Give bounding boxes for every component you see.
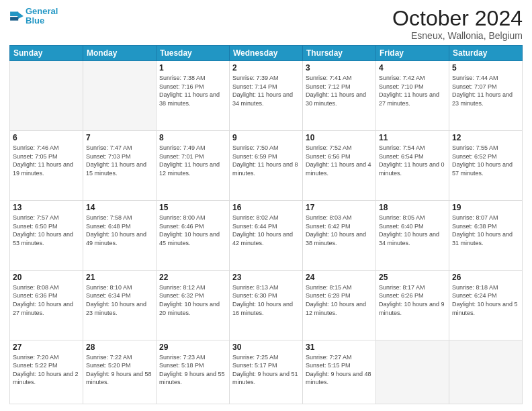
day-info: Sunrise: 7:57 AMSunset: 6:50 PMDaylight:… — [13, 214, 80, 247]
day-number: 15 — [159, 203, 226, 212]
day-cell: 20Sunrise: 8:08 AMSunset: 6:36 PMDayligh… — [10, 270, 83, 340]
day-cell: 27Sunrise: 7:20 AMSunset: 5:22 PMDayligh… — [10, 340, 83, 404]
day-cell — [449, 340, 523, 404]
day-cell: 11Sunrise: 7:54 AMSunset: 6:54 PMDayligh… — [376, 131, 449, 201]
logo-icon — [9, 9, 24, 24]
logo-blue: Blue — [26, 15, 44, 26]
day-number: 19 — [452, 203, 519, 212]
day-number: 10 — [306, 133, 373, 142]
day-info: Sunrise: 7:39 AMSunset: 7:14 PMDaylight:… — [232, 74, 300, 107]
day-number: 18 — [379, 203, 446, 212]
title-block: October 2024 Esneux, Wallonia, Belgium — [392, 7, 523, 41]
day-info: Sunrise: 8:18 AMSunset: 6:24 PMDaylight:… — [452, 283, 519, 317]
day-info: Sunrise: 7:22 AMSunset: 5:20 PMDaylight:… — [86, 353, 153, 387]
day-info: Sunrise: 7:55 AMSunset: 6:52 PMDaylight:… — [452, 144, 519, 177]
calendar-page: General Blue October 2024 Esneux, Wallon… — [0, 0, 532, 411]
day-info: Sunrise: 7:20 AMSunset: 5:22 PMDaylight:… — [13, 353, 80, 387]
day-number: 30 — [232, 342, 300, 352]
day-cell: 6Sunrise: 7:46 AMSunset: 7:05 PMDaylight… — [10, 131, 83, 201]
day-info: Sunrise: 7:38 AMSunset: 7:16 PMDaylight:… — [159, 74, 226, 107]
day-info: Sunrise: 8:13 AMSunset: 6:30 PMDaylight:… — [232, 283, 300, 317]
day-cell: 15Sunrise: 8:00 AMSunset: 6:46 PMDayligh… — [157, 200, 230, 270]
day-cell: 2Sunrise: 7:39 AMSunset: 7:14 PMDaylight… — [230, 61, 303, 131]
day-info: Sunrise: 7:58 AMSunset: 6:48 PMDaylight:… — [86, 214, 153, 247]
day-number: 25 — [379, 273, 446, 282]
day-number: 20 — [13, 273, 80, 282]
weekday-header-monday: Monday — [83, 46, 157, 61]
day-number: 29 — [159, 342, 226, 352]
weekday-header-tuesday: Tuesday — [157, 46, 230, 61]
day-number: 16 — [232, 203, 300, 212]
logo-text: General Blue — [26, 7, 58, 26]
day-number: 27 — [13, 342, 80, 352]
logo: General Blue — [9, 7, 58, 26]
day-info: Sunrise: 7:49 AMSunset: 7:01 PMDaylight:… — [159, 144, 226, 177]
day-number: 11 — [379, 133, 446, 142]
day-info: Sunrise: 8:15 AMSunset: 6:28 PMDaylight:… — [306, 283, 373, 317]
day-cell: 29Sunrise: 7:23 AMSunset: 5:18 PMDayligh… — [157, 340, 230, 404]
day-number: 12 — [452, 133, 519, 142]
day-info: Sunrise: 8:17 AMSunset: 6:26 PMDaylight:… — [379, 283, 446, 317]
day-cell: 4Sunrise: 7:42 AMSunset: 7:10 PMDaylight… — [376, 61, 449, 131]
day-info: Sunrise: 8:02 AMSunset: 6:44 PMDaylight:… — [232, 214, 300, 247]
day-number: 4 — [379, 63, 446, 73]
day-number: 26 — [452, 273, 519, 282]
day-info: Sunrise: 7:23 AMSunset: 5:18 PMDaylight:… — [159, 353, 226, 387]
week-row-4: 20Sunrise: 8:08 AMSunset: 6:36 PMDayligh… — [10, 270, 523, 340]
day-info: Sunrise: 7:42 AMSunset: 7:10 PMDaylight:… — [379, 74, 446, 107]
logo-general: General — [26, 6, 58, 16]
svg-rect-3 — [10, 17, 18, 21]
day-number: 3 — [306, 63, 373, 73]
day-cell: 14Sunrise: 7:58 AMSunset: 6:48 PMDayligh… — [83, 200, 157, 270]
day-number: 9 — [232, 133, 300, 142]
day-info: Sunrise: 8:03 AMSunset: 6:42 PMDaylight:… — [306, 214, 373, 247]
weekday-header-wednesday: Wednesday — [230, 46, 303, 61]
weekday-header-thursday: Thursday — [303, 46, 376, 61]
svg-rect-2 — [10, 12, 18, 17]
day-number: 28 — [86, 342, 153, 352]
day-number: 17 — [306, 203, 373, 212]
day-number: 14 — [86, 203, 153, 212]
day-info: Sunrise: 7:52 AMSunset: 6:56 PMDaylight:… — [306, 144, 373, 177]
day-cell: 28Sunrise: 7:22 AMSunset: 5:20 PMDayligh… — [83, 340, 157, 404]
page-header: General Blue October 2024 Esneux, Wallon… — [9, 7, 523, 41]
day-info: Sunrise: 8:12 AMSunset: 6:32 PMDaylight:… — [159, 283, 226, 317]
day-info: Sunrise: 7:27 AMSunset: 5:15 PMDaylight:… — [306, 353, 373, 387]
day-cell: 31Sunrise: 7:27 AMSunset: 5:15 PMDayligh… — [303, 340, 376, 404]
day-number: 31 — [306, 342, 373, 352]
week-row-2: 6Sunrise: 7:46 AMSunset: 7:05 PMDaylight… — [10, 131, 523, 201]
day-cell: 30Sunrise: 7:25 AMSunset: 5:17 PMDayligh… — [230, 340, 303, 404]
day-info: Sunrise: 7:47 AMSunset: 7:03 PMDaylight:… — [86, 144, 153, 177]
calendar-table: SundayMondayTuesdayWednesdayThursdayFrid… — [9, 45, 523, 404]
day-info: Sunrise: 7:41 AMSunset: 7:12 PMDaylight:… — [306, 74, 373, 107]
day-cell: 12Sunrise: 7:55 AMSunset: 6:52 PMDayligh… — [449, 131, 523, 201]
week-row-1: 1Sunrise: 7:38 AMSunset: 7:16 PMDaylight… — [10, 61, 523, 131]
day-info: Sunrise: 8:10 AMSunset: 6:34 PMDaylight:… — [86, 283, 153, 317]
day-info: Sunrise: 7:54 AMSunset: 6:54 PMDaylight:… — [379, 144, 446, 177]
day-number: 7 — [86, 133, 153, 142]
day-cell: 8Sunrise: 7:49 AMSunset: 7:01 PMDaylight… — [157, 131, 230, 201]
day-info: Sunrise: 7:44 AMSunset: 7:07 PMDaylight:… — [452, 74, 519, 107]
month-title: October 2024 — [392, 7, 523, 30]
day-number: 6 — [13, 133, 80, 142]
day-cell — [376, 340, 449, 404]
week-row-3: 13Sunrise: 7:57 AMSunset: 6:50 PMDayligh… — [10, 200, 523, 270]
day-cell: 5Sunrise: 7:44 AMSunset: 7:07 PMDaylight… — [449, 61, 523, 131]
day-info: Sunrise: 7:46 AMSunset: 7:05 PMDaylight:… — [13, 144, 80, 177]
day-cell: 23Sunrise: 8:13 AMSunset: 6:30 PMDayligh… — [230, 270, 303, 340]
day-info: Sunrise: 7:25 AMSunset: 5:17 PMDaylight:… — [232, 353, 300, 387]
day-number: 1 — [159, 63, 226, 73]
day-cell: 19Sunrise: 8:07 AMSunset: 6:38 PMDayligh… — [449, 200, 523, 270]
day-info: Sunrise: 8:05 AMSunset: 6:40 PMDaylight:… — [379, 214, 446, 247]
day-cell: 16Sunrise: 8:02 AMSunset: 6:44 PMDayligh… — [230, 200, 303, 270]
day-cell: 26Sunrise: 8:18 AMSunset: 6:24 PMDayligh… — [449, 270, 523, 340]
week-row-5: 27Sunrise: 7:20 AMSunset: 5:22 PMDayligh… — [10, 340, 523, 404]
weekday-header-friday: Friday — [376, 46, 449, 61]
day-cell: 21Sunrise: 8:10 AMSunset: 6:34 PMDayligh… — [83, 270, 157, 340]
weekday-header-row: SundayMondayTuesdayWednesdayThursdayFrid… — [10, 46, 523, 61]
day-info: Sunrise: 8:00 AMSunset: 6:46 PMDaylight:… — [159, 214, 226, 247]
day-number: 23 — [232, 273, 300, 282]
day-cell: 13Sunrise: 7:57 AMSunset: 6:50 PMDayligh… — [10, 200, 83, 270]
day-cell: 10Sunrise: 7:52 AMSunset: 6:56 PMDayligh… — [303, 131, 376, 201]
day-number: 13 — [13, 203, 80, 212]
